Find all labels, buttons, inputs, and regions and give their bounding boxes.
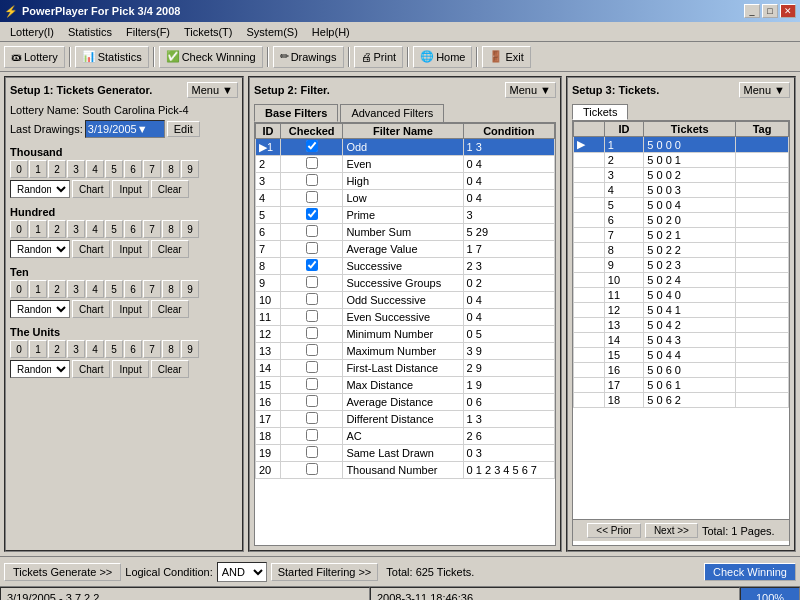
tickets-scroll-area[interactable]: ID Tickets Tag ▶ 1 5 0 0 0 2 5 0 0 1 3 [573, 121, 789, 519]
ticket-row[interactable]: 16 5 0 6 0 [574, 363, 789, 378]
filter-row[interactable]: 4 Low 0 4 [256, 190, 555, 207]
hundred-clear-button[interactable]: Clear [151, 240, 189, 258]
units-input-button[interactable]: Input [112, 360, 148, 378]
filter-checkbox[interactable] [306, 140, 318, 152]
last-drawings-combo[interactable]: 3/19/2005 ▼ [85, 120, 165, 138]
toolbar-print-button[interactable]: 🖨 Print [354, 46, 404, 68]
filter-checkbox[interactable] [306, 361, 318, 373]
units-random-dropdown[interactable]: Random [10, 360, 70, 378]
ticket-row[interactable]: 9 5 0 2 3 [574, 258, 789, 273]
menu-statistics[interactable]: Statistics [62, 24, 118, 40]
filter-checkbox-cell[interactable] [280, 190, 342, 207]
filter-checkbox[interactable] [306, 463, 318, 475]
edit-button[interactable]: Edit [167, 121, 200, 137]
ten-digit-3[interactable]: 3 [67, 280, 85, 298]
filter-checkbox[interactable] [306, 208, 318, 220]
filter-checkbox-cell[interactable] [280, 156, 342, 173]
filter-row[interactable]: 2 Even 0 4 [256, 156, 555, 173]
filter-checkbox-cell[interactable] [280, 139, 342, 156]
units-digit-2[interactable]: 2 [48, 340, 66, 358]
units-digit-9[interactable]: 9 [181, 340, 199, 358]
menu-tickets[interactable]: Tickets(T) [178, 24, 238, 40]
generate-button[interactable]: Tickets Generate >> [4, 563, 121, 581]
ticket-row[interactable]: ▶ 1 5 0 0 0 [574, 137, 789, 153]
ten-digit-8[interactable]: 8 [162, 280, 180, 298]
filter-row[interactable]: 12 Minimum Number 0 5 [256, 326, 555, 343]
units-chart-button[interactable]: Chart [72, 360, 110, 378]
ticket-row[interactable]: 4 5 0 0 3 [574, 183, 789, 198]
ten-digit-1[interactable]: 1 [29, 280, 47, 298]
thousand-digit-6[interactable]: 6 [124, 160, 142, 178]
toolbar-home-button[interactable]: 🌐 Home [413, 46, 472, 68]
filter-checkbox-cell[interactable] [280, 394, 342, 411]
ten-digit-5[interactable]: 5 [105, 280, 123, 298]
filter-checkbox[interactable] [306, 293, 318, 305]
hundred-digit-4[interactable]: 4 [86, 220, 104, 238]
hundred-digit-8[interactable]: 8 [162, 220, 180, 238]
units-digit-0[interactable]: 0 [10, 340, 28, 358]
ticket-row[interactable]: 6 5 0 2 0 [574, 213, 789, 228]
ten-digit-2[interactable]: 2 [48, 280, 66, 298]
filter-checkbox[interactable] [306, 157, 318, 169]
ticket-row[interactable]: 2 5 0 0 1 [574, 153, 789, 168]
menu-system[interactable]: System(S) [241, 24, 304, 40]
filter-checkbox-cell[interactable] [280, 258, 342, 275]
close-button[interactable]: ✕ [780, 4, 796, 18]
toolbar-check-winning-button[interactable]: ✅ Check Winning [159, 46, 263, 68]
hundred-digit-6[interactable]: 6 [124, 220, 142, 238]
ticket-row[interactable]: 18 5 0 6 2 [574, 393, 789, 408]
ten-digit-0[interactable]: 0 [10, 280, 28, 298]
tab-tickets[interactable]: Tickets [572, 104, 628, 120]
filter-checkbox-cell[interactable] [280, 428, 342, 445]
thousand-random-dropdown[interactable]: Random [10, 180, 70, 198]
filter-checkbox[interactable] [306, 395, 318, 407]
panel2-menu-button[interactable]: Menu ▼ [505, 82, 556, 98]
filter-row[interactable]: 6 Number Sum 5 29 [256, 224, 555, 241]
thousand-digit-4[interactable]: 4 [86, 160, 104, 178]
units-digit-4[interactable]: 4 [86, 340, 104, 358]
tab-advanced-filters[interactable]: Advanced Filters [340, 104, 444, 122]
minimize-button[interactable]: _ [744, 4, 760, 18]
filter-checkbox[interactable] [306, 242, 318, 254]
hundred-digit-2[interactable]: 2 [48, 220, 66, 238]
hundred-digit-0[interactable]: 0 [10, 220, 28, 238]
hundred-input-button[interactable]: Input [112, 240, 148, 258]
filter-checkbox-cell[interactable] [280, 360, 342, 377]
filter-checkbox[interactable] [306, 276, 318, 288]
ticket-row[interactable]: 7 5 0 2 1 [574, 228, 789, 243]
filter-checkbox[interactable] [306, 429, 318, 441]
filter-row[interactable]: 20 Thousand Number 0 1 2 3 4 5 6 7 [256, 462, 555, 479]
units-digit-7[interactable]: 7 [143, 340, 161, 358]
ten-chart-button[interactable]: Chart [72, 300, 110, 318]
filter-checkbox[interactable] [306, 310, 318, 322]
filter-scroll-area[interactable]: ID Checked Filter Name Condition ▶1 Odd … [255, 123, 555, 545]
menu-filters[interactable]: Filters(F) [120, 24, 176, 40]
filter-checkbox-cell[interactable] [280, 173, 342, 190]
filter-row[interactable]: 5 Prime 3 [256, 207, 555, 224]
ticket-row[interactable]: 8 5 0 2 2 [574, 243, 789, 258]
ten-input-button[interactable]: Input [112, 300, 148, 318]
ticket-row[interactable]: 13 5 0 4 2 [574, 318, 789, 333]
maximize-button[interactable]: □ [762, 4, 778, 18]
filter-row[interactable]: 10 Odd Successive 0 4 [256, 292, 555, 309]
filter-row[interactable]: 17 Different Distance 1 3 [256, 411, 555, 428]
filter-checkbox-cell[interactable] [280, 224, 342, 241]
next-button[interactable]: Next >> [645, 523, 698, 538]
units-clear-button[interactable]: Clear [151, 360, 189, 378]
ticket-row[interactable]: 11 5 0 4 0 [574, 288, 789, 303]
filter-checkbox[interactable] [306, 446, 318, 458]
toolbar-lottery-button[interactable]: 🎟 Lottery [4, 46, 65, 68]
filter-checkbox[interactable] [306, 259, 318, 271]
thousand-digit-2[interactable]: 2 [48, 160, 66, 178]
filter-checkbox-cell[interactable] [280, 445, 342, 462]
prior-button[interactable]: << Prior [587, 523, 641, 538]
hundred-random-dropdown[interactable]: Random [10, 240, 70, 258]
ticket-row[interactable]: 3 5 0 0 2 [574, 168, 789, 183]
tab-base-filters[interactable]: Base Filters [254, 104, 338, 122]
ten-digit-6[interactable]: 6 [124, 280, 142, 298]
filter-checkbox-cell[interactable] [280, 292, 342, 309]
filter-row[interactable]: 18 AC 2 6 [256, 428, 555, 445]
hundred-digit-1[interactable]: 1 [29, 220, 47, 238]
filter-row[interactable]: 11 Even Successive 0 4 [256, 309, 555, 326]
thousand-input-button[interactable]: Input [112, 180, 148, 198]
